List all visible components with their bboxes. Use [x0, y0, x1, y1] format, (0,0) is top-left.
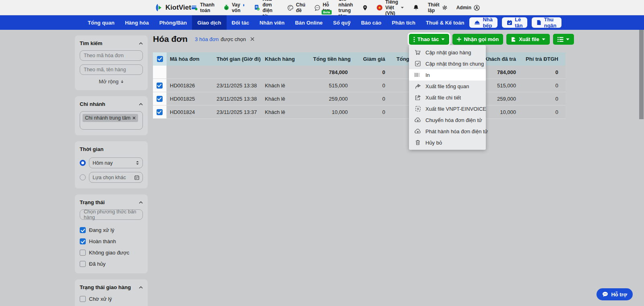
selection-count: 3 hóa đơn	[195, 36, 219, 42]
status-option-dang-xu-ly[interactable]: Đang xử lý	[80, 227, 143, 233]
menu-item-phat-hanh-hoa-don-dien-tu[interactable]: Phát hành hóa đơn điện tử	[409, 126, 486, 137]
col-header-total[interactable]: Tổng tiền hàng	[310, 56, 351, 62]
column-settings-button[interactable]	[553, 34, 574, 45]
user-menu[interactable]: Admin	[456, 5, 480, 11]
menu-item-xuat-file-tong-quan[interactable]: Xuất file tổng quan	[409, 81, 486, 92]
topbar-link-chu-de[interactable]: Chú đề	[287, 2, 305, 13]
table-row[interactable]: HD001825 23/11/2025 13:38 Khách lẻ 259,0…	[153, 92, 566, 105]
row-checkbox[interactable]	[157, 109, 163, 115]
summary-total: 784,000	[310, 69, 351, 75]
kitchen-button[interactable]: Nhà bếp	[469, 17, 497, 28]
brand-name: KiotViet	[165, 4, 191, 12]
col-header-customer[interactable]: Khách hàng	[262, 56, 310, 62]
nav-item-giao-dich[interactable]: Giao dịch	[192, 15, 226, 30]
scrollbar-thumb[interactable]	[639, 30, 644, 119]
checkbox[interactable]	[80, 261, 86, 267]
checkbox[interactable]	[80, 296, 86, 302]
selection-info: 3 hóa đơn được chọn	[195, 36, 254, 42]
menu-item-cap-nhat-giao-hang[interactable]: Cập nhật giao hàng	[409, 47, 486, 58]
select-all-checkbox[interactable]	[157, 56, 163, 62]
page-title: Hóa đơn	[153, 34, 188, 44]
xuat-file-button[interactable]: Xuất file	[506, 34, 550, 45]
time-custom-input[interactable]: Lựa chọn khác	[89, 172, 143, 183]
product-search-input[interactable]: Theo mã, tên hàng	[80, 64, 143, 75]
search-card: Tìm kiếm Theo mã hóa đơn Theo mã, tên hà…	[75, 35, 148, 90]
collapse-chevron-icon[interactable]	[139, 201, 143, 204]
notifications-bell[interactable]	[413, 4, 419, 11]
time-preset-select[interactable]: Hôm nay	[89, 157, 143, 168]
topbar-link-thanh-toan[interactable]: Thanh toán	[191, 2, 215, 13]
chat-icon	[314, 5, 320, 11]
kiotviet-logo-icon	[154, 3, 163, 12]
reception-button[interactable]: Lễ tân	[502, 17, 528, 28]
branch-tag: Chi nhánh trung tâm	[83, 114, 138, 122]
branch-card-title: Chi nhánh	[80, 101, 105, 107]
share-box-icon	[415, 95, 421, 100]
cashier-button[interactable]: Thu ngân	[532, 17, 561, 28]
vertical-scrollbar[interactable]	[638, 30, 644, 306]
topbar: KiotViet Thanh toán Vay vốn Hoá đơn điện…	[0, 0, 644, 15]
col-header-time[interactable]: Thời gian (Giờ đi)	[213, 56, 262, 62]
menu-item-in[interactable]: In	[409, 69, 486, 81]
invoice-code-search-input[interactable]: Theo mã hóa đơn	[80, 50, 143, 61]
support-button[interactable]: Hỗ trợ	[597, 288, 633, 300]
thao-tac-button[interactable]: Thao tác	[409, 34, 449, 45]
nhan-goi-mon-button[interactable]: Nhận gọi món	[452, 34, 503, 45]
status-option-hoan-thanh[interactable]: Hoàn thành	[80, 238, 143, 244]
menu-item-xuat-file-vnpt-einvoice[interactable]: Xuất file VNPT-EINVOICE	[409, 103, 486, 114]
table-row[interactable]: HD001826 23/11/2025 13:38 Khách lẻ 515,0…	[153, 79, 566, 92]
time-card: Thời gian Hôm nay Lựa chọn khác	[75, 141, 148, 188]
main-navbar: Tổng quan Hàng hóa Phòng/Bàn Giao dịch Đ…	[0, 15, 644, 30]
delivery-option-cho-xu-ly[interactable]: Chờ xử lý	[80, 296, 143, 302]
col-header-code[interactable]: Mã hóa đơn	[167, 56, 213, 62]
checkbox[interactable]	[80, 227, 86, 233]
nav-item-doi-tac[interactable]: Đối tác	[227, 15, 254, 30]
nav-item-nhan-vien[interactable]: Nhân viên	[254, 15, 290, 30]
time-preset-radio[interactable]	[80, 160, 86, 166]
status-option-khong-giao-duoc[interactable]: Không giao được	[80, 250, 143, 256]
check-square-icon	[415, 61, 421, 66]
table-row[interactable]: HD001824 23/11/2025 13:37 Khách lẻ 10,00…	[153, 105, 566, 119]
summary-row: 784,000 0 784,000 0	[153, 66, 566, 79]
nav-item-tong-quan[interactable]: Tổng quan	[83, 15, 120, 30]
checkbox[interactable]	[80, 250, 86, 256]
payment-card-icon	[191, 5, 198, 10]
menu-item-huy-bo[interactable]: Hủy bỏ	[409, 137, 486, 148]
kiotviet-logo[interactable]: KiotViet	[154, 3, 191, 12]
menu-item-chuyen-hoa-don-dien-tu[interactable]: Chuyển hóa đơn điện tử	[409, 114, 486, 126]
row-checkbox[interactable]	[157, 96, 163, 102]
clear-selection-icon[interactable]	[250, 37, 254, 41]
col-header-discount[interactable]: Giảm giá	[351, 56, 388, 62]
menu-item-cap-nhat-thong-tin-chung[interactable]: Cập nhật thông tin chung	[409, 58, 486, 69]
nav-item-so-quy[interactable]: Sổ quỹ	[328, 15, 356, 30]
sale-method-select[interactable]: Chọn phương thức bán hàng	[80, 209, 143, 220]
col-header-fee[interactable]: Phí trả ĐTGH	[519, 56, 561, 62]
collapse-chevron-icon[interactable]	[139, 42, 143, 45]
nav-item-phan-tich[interactable]: Phân tích	[387, 15, 421, 30]
branch-multiselect[interactable]: Chi nhánh trung tâm	[80, 111, 143, 130]
topbar-link-vay-von[interactable]: Vay vốn	[223, 2, 245, 13]
row-checkbox[interactable]	[157, 83, 163, 89]
menu-item-xuat-file-chi-tiet[interactable]: Xuất file chi tiết	[409, 92, 486, 103]
nav-item-bao-cao[interactable]: Báo cáo	[356, 15, 387, 30]
nav-item-ban-online[interactable]: Bán Online	[290, 15, 328, 30]
collapse-chevron-icon[interactable]	[139, 286, 143, 289]
trash-icon	[415, 140, 421, 145]
settings-link[interactable]: Thiết lập	[428, 2, 448, 13]
collapse-chevron-icon[interactable]	[139, 103, 143, 105]
gear-icon	[442, 5, 448, 10]
beta-badge: Beta	[322, 10, 332, 14]
expand-search-link[interactable]: Mở rộng	[80, 79, 143, 85]
user-icon	[474, 5, 480, 11]
topbar-link-ho-tro[interactable]: Hỗ trợ Beta	[314, 2, 330, 13]
nav-item-phong-ban[interactable]: Phòng/Bàn	[154, 15, 192, 30]
nav-item-thue-ke-toan[interactable]: Thuế & Kế toán	[421, 15, 469, 30]
delivery-cart-icon	[415, 50, 421, 55]
language-selector[interactable]: Tiếng Việt (VN)	[376, 0, 404, 16]
status-option-da-huy[interactable]: Đã hủy	[80, 261, 143, 267]
cloche-icon	[474, 20, 480, 25]
remove-tag-icon[interactable]	[132, 116, 136, 120]
time-custom-radio[interactable]	[80, 174, 86, 180]
checkbox[interactable]	[80, 238, 86, 244]
nav-item-hang-hoa[interactable]: Hàng hóa	[120, 15, 154, 30]
